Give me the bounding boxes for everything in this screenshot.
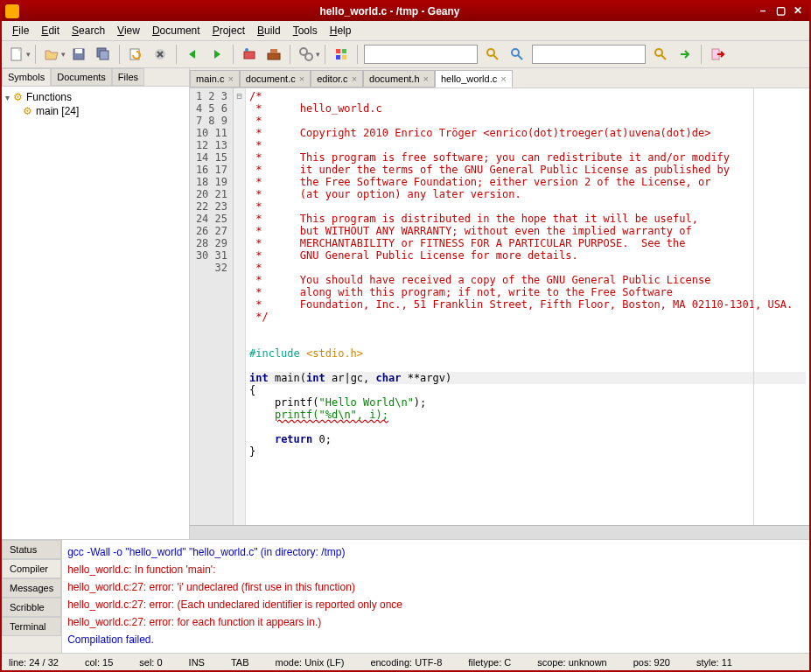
svg-rect-13 xyxy=(336,49,340,53)
compiler-message[interactable]: hello_world.c:27: error: for each functi… xyxy=(67,613,804,631)
doc-tab[interactable]: document.h× xyxy=(363,70,435,88)
close-tab-icon[interactable]: × xyxy=(423,74,429,84)
dropdown-icon[interactable]: ▾ xyxy=(61,50,66,59)
dropdown-icon[interactable]: ▾ xyxy=(26,50,31,59)
compiler-message[interactable]: gcc -Wall -o "hello_world" "hello_world.… xyxy=(67,543,804,561)
find-button[interactable] xyxy=(481,43,504,66)
toolbar: ▾ ▾ ▾ xyxy=(2,41,809,68)
close-tab-icon[interactable]: × xyxy=(299,74,304,84)
svg-rect-7 xyxy=(244,52,255,59)
svg-line-22 xyxy=(661,55,666,60)
svg-line-18 xyxy=(493,55,498,60)
doc-tab[interactable]: hello_world.c× xyxy=(435,70,513,88)
menu-file[interactable]: File xyxy=(7,23,34,38)
window-title: hello_world.c - /tmp - Geany xyxy=(24,5,755,18)
titlebar: hello_world.c - /tmp - Geany – ▢ ✕ xyxy=(2,2,809,21)
status-encoding: encoding: UTF-8 xyxy=(370,657,442,668)
menu-tools[interactable]: Tools xyxy=(288,23,323,38)
status-ins: INS xyxy=(189,657,205,668)
svg-rect-16 xyxy=(342,55,346,60)
search-input[interactable] xyxy=(364,45,478,64)
revert-button[interactable] xyxy=(124,43,147,66)
horizontal-scrollbar[interactable] xyxy=(190,525,809,539)
tab-files[interactable]: Files xyxy=(112,68,144,86)
status-pos: pos: 920 xyxy=(633,657,670,668)
menu-project[interactable]: Project xyxy=(207,23,250,38)
message-area[interactable]: gcc -Wall -o "hello_world" "hello_world.… xyxy=(62,540,809,653)
menu-edit[interactable]: Edit xyxy=(36,23,65,38)
save-all-button[interactable] xyxy=(92,43,115,66)
tree-item[interactable]: ⚙main [24] xyxy=(23,104,185,118)
save-button[interactable] xyxy=(67,43,90,66)
minimize-button[interactable]: – xyxy=(755,4,771,18)
tab-documents[interactable]: Documents xyxy=(51,68,112,86)
build-button[interactable] xyxy=(262,43,285,66)
statusbar: line: 24 / 32 col: 15 sel: 0 INS TAB mod… xyxy=(2,653,809,670)
tree-root[interactable]: ▾⚙Functions xyxy=(5,90,185,104)
menubar: File Edit Search View Document Project B… xyxy=(2,21,809,41)
svg-point-19 xyxy=(512,49,519,56)
tab-compiler[interactable]: Compiler xyxy=(2,559,61,578)
goto-line-button[interactable] xyxy=(674,43,696,66)
tab-messages[interactable]: Messages xyxy=(2,578,61,598)
svg-rect-4 xyxy=(100,51,108,60)
svg-line-20 xyxy=(518,55,522,60)
close-tab-icon[interactable]: × xyxy=(500,74,506,84)
close-file-button[interactable] xyxy=(149,43,171,66)
svg-rect-14 xyxy=(342,49,346,53)
close-tab-icon[interactable]: × xyxy=(227,74,233,84)
status-tab: TAB xyxy=(231,657,249,668)
compile-button[interactable] xyxy=(238,43,261,66)
menu-build[interactable]: Build xyxy=(252,23,286,38)
compiler-message[interactable]: hello_world.c: In function 'main': xyxy=(67,561,804,578)
quit-button[interactable] xyxy=(706,43,729,66)
menu-help[interactable]: Help xyxy=(325,23,357,38)
app-icon xyxy=(5,4,19,18)
sidebar: Symbols Documents Files ▾⚙Functions ⚙mai… xyxy=(2,68,190,539)
status-style: style: 11 xyxy=(696,657,732,668)
goto-button[interactable] xyxy=(649,43,672,66)
compiler-message[interactable]: Compilation failed. xyxy=(67,631,804,648)
menu-document[interactable]: Document xyxy=(147,23,206,38)
close-button[interactable]: ✕ xyxy=(790,4,806,18)
document-tabs: main.c×document.c×editor.c×document.h×he… xyxy=(190,68,809,88)
doc-tab[interactable]: document.c× xyxy=(240,70,311,88)
symbol-tree[interactable]: ▾⚙Functions ⚙main [24] xyxy=(2,87,189,539)
svg-rect-2 xyxy=(75,49,82,53)
status-line: line: 24 / 32 xyxy=(9,657,59,668)
menu-search[interactable]: Search xyxy=(66,23,110,38)
dropdown-icon[interactable]: ▾ xyxy=(316,50,320,59)
compiler-message[interactable]: hello_world.c:27: error: (Each undeclare… xyxy=(67,596,804,613)
status-col: col: 15 xyxy=(85,657,113,668)
compiler-message[interactable]: hello_world.c:27: error: 'i' undeclared … xyxy=(67,578,804,596)
menu-view[interactable]: View xyxy=(112,23,145,38)
tab-terminal[interactable]: Terminal xyxy=(2,617,61,636)
goto-line-input[interactable] xyxy=(532,45,646,64)
doc-tab[interactable]: main.c× xyxy=(190,70,240,88)
find-in-files-button[interactable] xyxy=(506,43,528,66)
status-sel: sel: 0 xyxy=(139,657,162,668)
open-button[interactable] xyxy=(40,43,63,66)
new-file-button[interactable] xyxy=(5,43,28,66)
close-tab-icon[interactable]: × xyxy=(352,74,357,84)
svg-point-17 xyxy=(487,49,494,56)
svg-point-12 xyxy=(305,53,312,60)
tab-status[interactable]: Status xyxy=(2,540,61,559)
right-margin xyxy=(753,88,754,525)
tab-symbols[interactable]: Symbols xyxy=(2,68,51,86)
svg-point-21 xyxy=(655,49,662,56)
fold-column[interactable]: ⊟ xyxy=(234,88,246,525)
run-button[interactable] xyxy=(295,43,318,66)
maximize-button[interactable]: ▢ xyxy=(773,4,788,18)
status-filetype: filetype: C xyxy=(468,657,511,668)
doc-tab[interactable]: editor.c× xyxy=(311,70,363,88)
status-scope: scope: unknown xyxy=(537,657,607,668)
code-editor[interactable]: /* * hello_world.c * * Copyright 2010 En… xyxy=(246,88,809,525)
color-chooser-button[interactable] xyxy=(330,43,353,66)
svg-rect-10 xyxy=(270,49,277,53)
status-mode: mode: Unix (LF) xyxy=(276,657,345,668)
back-button[interactable] xyxy=(181,43,204,66)
svg-rect-9 xyxy=(268,53,280,60)
forward-button[interactable] xyxy=(206,43,228,66)
tab-scribble[interactable]: Scribble xyxy=(2,598,61,617)
